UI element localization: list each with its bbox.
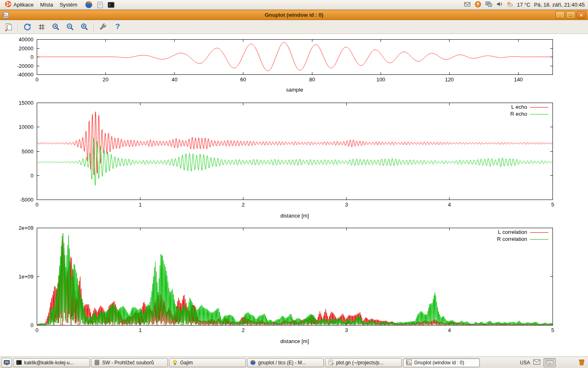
close-button[interactable]: × — [577, 11, 586, 19]
echo-signals-plot[interactable] — [0, 99, 588, 222]
system-menu[interactable]: Systém — [57, 1, 80, 9]
terminal-launcher-icon[interactable] — [107, 1, 115, 9]
replot-button[interactable] — [22, 22, 33, 32]
text-editor-icon — [328, 359, 334, 366]
mail-icon[interactable] — [533, 359, 540, 366]
toolbar-separator — [94, 22, 94, 31]
gnuplot-window-icon — [2, 12, 9, 18]
clock-applet[interactable]: Pá, 18. září, 21:40:45 — [534, 2, 585, 8]
configure-button[interactable] — [98, 22, 109, 32]
task-label: plot.gn (~/projects/p... — [336, 360, 383, 366]
chirp-signal-plot[interactable] — [0, 34, 588, 96]
zoom-in-button[interactable] — [79, 22, 90, 32]
task-firefox[interactable]: gnuplot / tics (E) - M... — [247, 358, 324, 367]
bottom-panel: kaklik@kaklik-kolej-u... SW - Prohlížeč … — [0, 357, 588, 368]
weather-icon[interactable] — [506, 1, 513, 9]
gajim-icon — [172, 359, 178, 366]
zoom-out-button[interactable] — [65, 22, 76, 32]
show-desktop-button[interactable] — [1, 358, 12, 368]
task-label: gnuplot / tics (E) - M... — [258, 360, 306, 366]
volume-icon[interactable] — [496, 1, 503, 9]
applications-menu[interactable]: Aplikace — [2, 0, 36, 9]
temperature-indicator[interactable]: 17 °C — [517, 2, 530, 8]
panel-launchers — [85, 1, 115, 9]
restore-button[interactable]: □ — [566, 11, 575, 19]
firefox-launcher-icon[interactable] — [85, 1, 93, 9]
toggle-grid-button[interactable] — [36, 22, 47, 32]
keyboard-indicator-button[interactable] — [543, 358, 556, 367]
correlation-plot[interactable] — [0, 224, 588, 347]
task-label: kaklik@kaklik-kolej-u... — [24, 360, 74, 366]
system-menu-label: Systém — [60, 2, 77, 8]
places-menu[interactable]: Místa — [37, 1, 56, 9]
firefox-icon — [250, 359, 256, 366]
task-file-browser[interactable]: SW - Prohlížeč souborů — [91, 358, 168, 367]
help-question-icon: ? — [116, 22, 120, 31]
top-panel: Aplikace Místa Systém — [0, 0, 588, 10]
gnuplot-icon — [406, 359, 412, 366]
file-manager-icon — [94, 359, 100, 366]
gnuplot-toolbar: ? — [0, 20, 588, 34]
gnuplot-canvas-area — [0, 34, 588, 357]
applications-menu-label: Aplikace — [13, 2, 33, 8]
task-label: Gnuplot (window id : 0) — [414, 360, 464, 366]
window-controls: _ □ × — [555, 11, 586, 19]
keyboard-layout-indicator[interactable]: USA — [520, 360, 530, 366]
window-titlebar[interactable]: Gnuplot (window id : 0) _ □ × — [0, 10, 588, 20]
toolbar-separator — [18, 22, 18, 31]
window-title: Gnuplot (window id : 0) — [0, 12, 588, 18]
distributor-logo-icon — [5, 1, 11, 9]
task-label: SW - Prohlížeč souborů — [102, 360, 154, 366]
keyboard-icon — [546, 360, 553, 365]
system-tray: 17 °C Pá, 18. září, 21:40:45 — [464, 1, 586, 9]
terminal-icon — [16, 359, 22, 366]
mail-notification-icon[interactable] — [464, 1, 471, 9]
task-text-editor[interactable]: plot.gn (~/projects/p... — [325, 358, 402, 367]
display-settings-icon[interactable] — [485, 1, 492, 9]
copy-to-clipboard-button[interactable] — [3, 22, 14, 32]
trash-icon[interactable] — [578, 358, 586, 367]
zoom-previous-button[interactable] — [51, 22, 61, 32]
taskbar-tray: USA — [520, 358, 587, 367]
update-notifier-icon[interactable] — [474, 1, 481, 9]
document-launcher-icon[interactable] — [96, 1, 104, 9]
task-gajim[interactable]: Gajim — [169, 358, 246, 367]
desktop: Aplikace Místa Systém — [0, 0, 588, 368]
task-label: Gajim — [180, 360, 193, 366]
task-gnuplot[interactable]: Gnuplot (window id : 0) — [403, 358, 480, 367]
task-terminal[interactable]: kaklik@kaklik-kolej-u... — [13, 358, 90, 367]
places-menu-label: Místa — [40, 2, 53, 8]
help-button[interactable]: ? — [112, 22, 123, 32]
minimize-button[interactable]: _ — [555, 11, 565, 19]
